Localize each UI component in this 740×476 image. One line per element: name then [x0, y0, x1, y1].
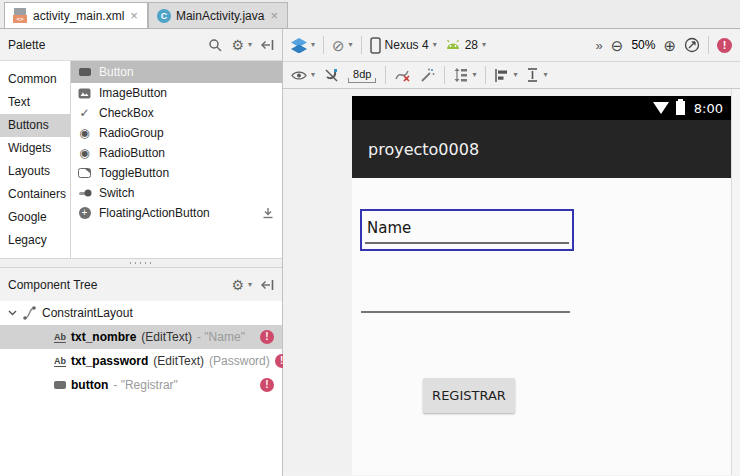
chevron-down-icon: ▾: [482, 41, 486, 49]
close-icon[interactable]: ×: [269, 9, 279, 22]
wifi-icon: [653, 102, 669, 114]
zoom-in-button[interactable]: ⊕: [663, 38, 676, 53]
palette-item-radiobutton[interactable]: ◉ RadioButton: [71, 143, 282, 163]
battery-icon: [676, 101, 685, 115]
tree-row-txt-password[interactable]: Ab txt_password (EditText) (Password) !: [0, 349, 282, 373]
minimize-panel-icon[interactable]: [261, 279, 274, 291]
component-name: ConstraintLayout: [42, 306, 133, 320]
chevron-down-icon: ▾: [433, 41, 437, 49]
close-icon[interactable]: ×: [129, 9, 139, 22]
fab-icon: +: [77, 207, 92, 219]
search-icon[interactable]: [208, 38, 222, 52]
category-google[interactable]: Google: [0, 206, 70, 229]
tree-row-txt-nombre[interactable]: Ab txt_nombre (EditText) - "Name" !: [0, 325, 282, 349]
download-icon[interactable]: [262, 207, 274, 219]
default-margin-select[interactable]: 8dp: [348, 68, 376, 83]
component-detail: - "Name": [197, 330, 245, 344]
button-icon: [77, 68, 92, 76]
toggle-button-icon: [77, 168, 92, 178]
api-version-select[interactable]: 28 ▾: [445, 38, 486, 52]
edittext-name-selected[interactable]: Name: [360, 209, 574, 251]
category-buttons[interactable]: Buttons: [0, 114, 70, 137]
category-containers[interactable]: Containers: [0, 183, 70, 206]
palette-header: Palette ⚙ ▾: [0, 29, 282, 61]
error-icon[interactable]: !: [260, 330, 274, 344]
align-icon: [495, 69, 509, 82]
chevron-down-icon[interactable]: [8, 310, 17, 316]
tree-row-button[interactable]: button - "Registrar" !: [0, 373, 282, 397]
palette-item-togglebutton[interactable]: ToggleButton: [71, 163, 282, 183]
status-time: 8:00: [694, 101, 723, 116]
toolbar-overflow-icon[interactable]: »: [596, 38, 603, 53]
separator: [323, 36, 324, 54]
category-layouts[interactable]: Layouts: [0, 160, 70, 183]
palette-item-button[interactable]: Button: [71, 61, 282, 83]
edittext-underline: [365, 242, 569, 244]
palette-item-switch[interactable]: Switch: [71, 183, 282, 203]
category-widgets[interactable]: Widgets: [0, 137, 70, 160]
tab-label: MainActivity.java: [176, 9, 264, 23]
tab-mainactivity-java[interactable]: C MainActivity.java ×: [148, 2, 288, 28]
palette-item-checkbox[interactable]: ✓ CheckBox: [71, 103, 282, 123]
palette-item-imagebutton[interactable]: ImageButton: [71, 83, 282, 103]
editor-tab-bar: <> activity_main.xml × C MainActivity.ja…: [0, 0, 740, 29]
clear-constraints-icon[interactable]: [395, 68, 411, 82]
device-status-bar: 8:00: [352, 96, 731, 120]
component-type: (EditText): [141, 330, 192, 344]
design-surface[interactable]: 8:00 proyecto0008 Name REGISTRAR: [283, 89, 740, 475]
minimize-panel-icon[interactable]: [261, 39, 274, 51]
registrar-button[interactable]: REGISTRAR: [423, 378, 515, 413]
component-tree-header: Component Tree ⚙ ▾: [0, 268, 282, 301]
palette-item-label: Button: [99, 65, 134, 79]
panel-splitter[interactable]: [0, 258, 282, 268]
category-text[interactable]: Text: [0, 91, 70, 114]
palette-settings[interactable]: ⚙ ▾: [231, 38, 252, 52]
edittext-password[interactable]: [361, 311, 570, 313]
zoom-level: 50%: [631, 38, 655, 52]
palette-item-radiogroup[interactable]: ◉ RadioGroup: [71, 123, 282, 143]
radio-button-icon: ◉: [77, 147, 92, 159]
align-select[interactable]: ▾: [495, 69, 517, 82]
guidelines-select[interactable]: ▾: [526, 68, 547, 82]
checkbox-icon: ✓: [77, 107, 92, 119]
view-options[interactable]: ▾: [291, 70, 315, 81]
errors-panel-button[interactable]: !: [717, 38, 732, 53]
button-icon: [54, 381, 66, 389]
error-icon[interactable]: !: [260, 378, 274, 392]
device-preview[interactable]: 8:00 proyecto0008 Name REGISTRAR: [352, 96, 731, 475]
palette-item-fab[interactable]: + FloatingActionButton: [71, 203, 282, 223]
zoom-to-fit-button[interactable]: [684, 37, 700, 53]
radio-group-icon: ◉: [77, 127, 92, 139]
api-label: 28: [465, 38, 478, 52]
eye-icon: [291, 70, 307, 81]
palette-item-label: ToggleButton: [99, 166, 169, 180]
component-tree: ConstraintLayout Ab txt_nombre (EditText…: [0, 301, 282, 397]
autoconnect-off-icon[interactable]: [324, 68, 339, 83]
category-legacy[interactable]: Legacy: [0, 229, 70, 252]
infer-constraints-icon[interactable]: [420, 68, 435, 82]
pack-select[interactable]: ▾: [454, 68, 476, 82]
separator: [485, 66, 486, 84]
chevron-down-icon: ▾: [248, 281, 252, 289]
separator: [361, 36, 362, 54]
splitter-grip-dots: [128, 261, 154, 266]
zoom-out-button[interactable]: ⊖: [611, 38, 624, 53]
component-name: txt_password: [71, 354, 148, 368]
palette-title: Palette: [8, 38, 45, 52]
category-common[interactable]: Common: [0, 68, 70, 91]
device-select[interactable]: Nexus 4 ▾: [370, 37, 437, 54]
chevron-down-icon: ▾: [311, 41, 315, 49]
palette-item-label: RadioGroup: [99, 126, 164, 140]
palette-item-label: CheckBox: [99, 106, 154, 120]
vertical-scrollbar[interactable]: [731, 89, 740, 475]
app-title: proyecto0008: [368, 140, 479, 159]
component-tree-settings[interactable]: ⚙ ▾: [231, 278, 252, 292]
component-name: button: [71, 378, 108, 392]
tab-activity-main-xml[interactable]: <> activity_main.xml ×: [4, 2, 148, 28]
tree-row-constraintlayout[interactable]: ConstraintLayout: [0, 301, 282, 325]
orientation-theme-select[interactable]: ⊘ ▾: [332, 38, 353, 53]
design-mode-select[interactable]: ▾: [291, 38, 315, 53]
separator: [444, 66, 445, 84]
gear-icon: ⚙: [231, 38, 244, 52]
component-detail: (Password): [209, 354, 270, 368]
